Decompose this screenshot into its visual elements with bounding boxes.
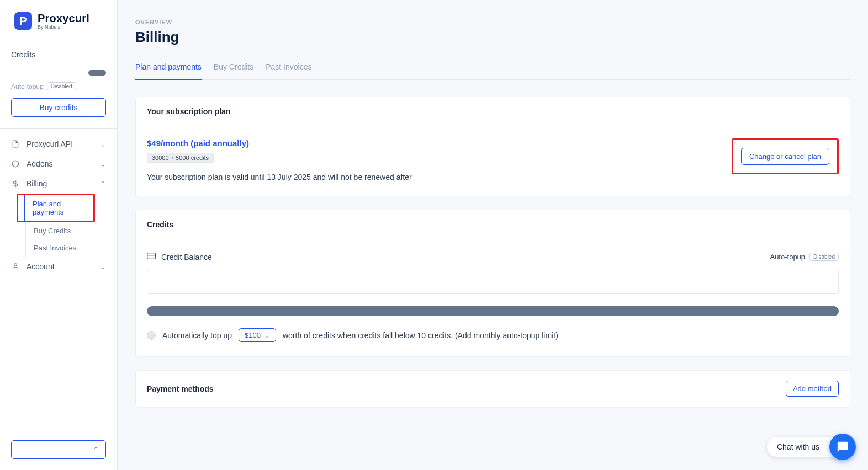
credits-usage-fill <box>88 70 106 76</box>
chat-icon <box>837 441 849 453</box>
sidebar-auto-topup-status: Disabled <box>47 82 76 90</box>
nav-account-label: Account <box>27 262 55 271</box>
page-title: Billing <box>135 29 850 46</box>
credit-card-icon <box>147 252 156 262</box>
nav-account[interactable]: Account ⌄ <box>0 257 117 276</box>
credits-card: Credits Credit Balance Auto-topup Disabl… <box>135 210 850 357</box>
change-cancel-plan-button[interactable]: Change or cancel plan <box>741 148 829 165</box>
brand-title: Proxycurl <box>38 13 89 24</box>
sidebar-buy-credits-button[interactable]: Buy credits <box>11 98 106 117</box>
nav-addons[interactable]: Addons ⌄ <box>0 154 117 174</box>
footer-selector[interactable]: ⌃ <box>11 440 106 459</box>
auto-topup-amount: $100 <box>245 331 261 339</box>
credits-auto-topup: Auto-topup Disabled <box>770 253 839 261</box>
sidebar: P Proxycurl By Nubela Credits Auto-topup… <box>0 0 118 470</box>
auto-topup-row: Automatically top up $100 ⌄ worth of cre… <box>147 328 839 342</box>
auto-topup-prefix: Automatically top up <box>162 331 232 340</box>
chevron-down-icon: ⌄ <box>100 140 106 148</box>
svg-point-1 <box>14 264 17 266</box>
nav-proxycurl-api[interactable]: Proxycurl API ⌄ <box>0 134 117 154</box>
credit-balance-display <box>147 270 839 294</box>
tab-plan-payments[interactable]: Plan and payments <box>135 57 202 80</box>
brand-logo[interactable]: P Proxycurl By Nubela <box>0 0 117 40</box>
credits-auto-topup-status: Disabled <box>809 253 839 261</box>
sidebar-auto-topup-label: Auto-topup <box>11 83 44 90</box>
subnav-plan-payments-highlight: Plan and payments <box>17 194 95 222</box>
dollar-icon <box>11 180 20 188</box>
subscription-card: Your subscription plan $49/month (paid a… <box>135 97 850 196</box>
nav-billing-label: Billing <box>27 179 47 188</box>
box-icon <box>11 160 20 168</box>
auto-topup-amount-select[interactable]: $100 ⌄ <box>239 328 276 342</box>
brand-text: Proxycurl By Nubela <box>38 13 89 30</box>
chevron-down-icon: ⌄ <box>264 331 270 339</box>
tabs: Plan and payments Buy Credits Past Invoi… <box>135 57 850 80</box>
document-icon <box>11 140 20 148</box>
svg-rect-2 <box>147 253 156 259</box>
user-icon <box>11 263 20 270</box>
credits-label: Credits <box>11 50 106 59</box>
chevron-up-icon: ⌃ <box>93 446 99 454</box>
plan-credits-chip: 30000 + 5000 credits <box>147 153 214 163</box>
auto-topup-close: ) <box>555 331 558 340</box>
payment-methods-card: Payment methods Add method <box>135 370 850 408</box>
nav-billing[interactable]: Billing ⌃ <box>0 174 117 194</box>
plan-price-link[interactable]: $49/month (paid annually) <box>147 138 412 148</box>
plan-validity-text: Your subscription plan is valid until 13… <box>147 173 412 181</box>
sidebar-nav: Proxycurl API ⌄ Addons ⌄ Billing ⌃ Plan … <box>0 129 117 432</box>
subscription-card-header: Your subscription plan <box>136 97 850 126</box>
tab-buy-credits[interactable]: Buy Credits <box>214 57 253 80</box>
sidebar-footer: ⌃ <box>0 432 117 470</box>
change-plan-highlight: Change or cancel plan <box>732 138 839 174</box>
add-payment-method-button[interactable]: Add method <box>786 381 839 397</box>
sidebar-auto-topup: Auto-topup Disabled <box>11 82 106 90</box>
chevron-up-icon: ⌃ <box>100 180 106 188</box>
chat-fab-button[interactable] <box>829 434 856 460</box>
plan-info: $49/month (paid annually) 30000 + 5000 c… <box>147 138 412 181</box>
brand-mark-icon: P <box>14 12 32 30</box>
chevron-down-icon: ⌄ <box>100 160 106 168</box>
tab-past-invoices[interactable]: Past Invoices <box>266 57 311 80</box>
credit-usage-bar <box>147 306 839 316</box>
credits-usage-bar <box>88 70 106 76</box>
credit-balance-label: Credit Balance <box>147 252 212 262</box>
brand-tagline: By Nubela <box>38 25 89 30</box>
auto-topup-suffix: worth of credits when credits fall below… <box>283 331 458 340</box>
add-monthly-limit-link[interactable]: Add monthly auto-topup limit <box>458 331 555 340</box>
auto-topup-toggle[interactable] <box>147 331 156 340</box>
payment-methods-header: Payment methods <box>147 384 214 393</box>
subnav-buy-credits[interactable]: Buy Credits <box>25 222 117 239</box>
chat-widget: Chat with us <box>767 434 856 460</box>
nav-addons-label: Addons <box>27 159 52 168</box>
overview-eyebrow: OVERVIEW <box>135 19 850 25</box>
credit-balance-text: Credit Balance <box>161 253 212 261</box>
main-content: OVERVIEW Billing Plan and payments Buy C… <box>118 0 868 470</box>
credits-card-header: Credits <box>136 210 850 239</box>
chevron-down-icon: ⌄ <box>100 263 106 271</box>
subnav-past-invoices[interactable]: Past Invoices <box>25 239 117 257</box>
credits-summary: Credits Auto-topup Disabled Buy credits <box>0 40 117 129</box>
subnav-plan-payments[interactable]: Plan and payments <box>24 195 93 221</box>
credits-auto-topup-label: Auto-topup <box>770 253 805 261</box>
nav-proxycurl-api-label: Proxycurl API <box>27 140 73 148</box>
